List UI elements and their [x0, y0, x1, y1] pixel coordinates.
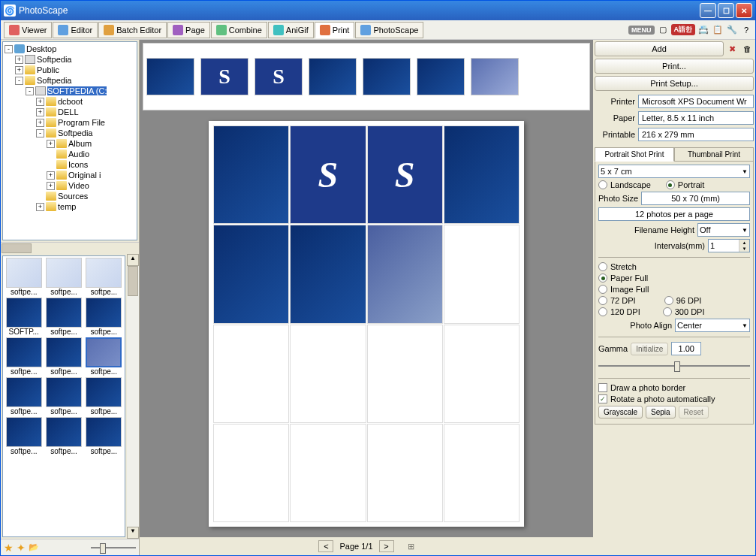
- page-cell[interactable]: [290, 325, 366, 423]
- tree-toggle[interactable]: -: [36, 129, 44, 137]
- page-cell[interactable]: [213, 424, 289, 522]
- page-cell[interactable]: [367, 325, 443, 423]
- print-setup-button[interactable]: Print Setup...: [595, 76, 754, 91]
- tab-photoscape[interactable]: PhotoScape: [355, 22, 423, 38]
- thumbnail[interactable]: [6, 417, 42, 447]
- wrench-icon[interactable]: 🔧: [726, 24, 738, 36]
- filmstrip-thumb[interactable]: S: [255, 58, 303, 95]
- minimize-button[interactable]: —: [700, 3, 716, 18]
- prev-page-button[interactable]: <: [318, 540, 333, 552]
- thumbnail[interactable]: [46, 258, 82, 288]
- tree-item[interactable]: SOFTPEDIA (C:: [47, 86, 107, 95]
- add-button[interactable]: Add: [595, 41, 724, 56]
- filmstrip-thumb[interactable]: [471, 58, 519, 95]
- filmstrip-thumb[interactable]: [309, 58, 357, 95]
- tree-toggle[interactable]: +: [15, 66, 23, 74]
- folder-tree[interactable]: -Desktop +Softpedia+Public-Softpedia-SOF…: [2, 41, 137, 240]
- tree-item[interactable]: Softpedia: [37, 55, 71, 64]
- grid-toggle-icon[interactable]: ⊞: [408, 542, 414, 551]
- thumbnail[interactable]: [46, 298, 82, 328]
- page-cell[interactable]: [444, 424, 520, 522]
- folder-open-icon[interactable]: 📂: [29, 542, 39, 552]
- thumbnail[interactable]: [46, 417, 82, 447]
- size-select[interactable]: 5 x 7 cm: [598, 165, 750, 178]
- page-cell[interactable]: [367, 225, 443, 323]
- thumbnail[interactable]: [6, 377, 42, 407]
- blank-icon[interactable]: ▢: [657, 24, 669, 36]
- tree-root[interactable]: Desktop: [26, 44, 56, 53]
- draw-border-checkbox[interactable]: [598, 383, 607, 392]
- page-cell[interactable]: [444, 225, 520, 323]
- tree-item[interactable]: Sources: [58, 192, 88, 201]
- tab-thumbnail-print[interactable]: Thumbnail Print: [674, 147, 754, 162]
- tree-item[interactable]: temp: [58, 202, 76, 211]
- thumbnail[interactable]: [86, 417, 122, 447]
- tree-item[interactable]: Softpedia: [37, 76, 71, 85]
- thumbs-vscrollbar[interactable]: ▲ ▼: [127, 254, 139, 539]
- thumbnail[interactable]: [86, 377, 122, 407]
- zoom-slider[interactable]: [91, 540, 136, 555]
- tab-editor[interactable]: Editor: [53, 22, 98, 38]
- filmstrip-thumb[interactable]: S: [200, 58, 248, 95]
- tree-item[interactable]: Softpedia: [58, 128, 92, 137]
- image-full-radio[interactable]: [598, 285, 607, 294]
- tree-item[interactable]: Audio: [68, 150, 89, 159]
- tree-item[interactable]: Public: [37, 65, 59, 74]
- portrait-radio[interactable]: [666, 180, 675, 189]
- tab-batch-editor[interactable]: Batch Editor: [98, 22, 167, 38]
- paper-full-radio[interactable]: [598, 273, 607, 283]
- rotate-auto-checkbox[interactable]: ✓: [598, 394, 607, 403]
- language-badge[interactable]: A語한: [671, 24, 696, 35]
- tree-item[interactable]: dcboot: [58, 97, 83, 106]
- tree-toggle[interactable]: -: [26, 87, 34, 95]
- thumbnail[interactable]: [6, 258, 42, 288]
- tree-item[interactable]: Album: [68, 139, 92, 148]
- tree-toggle[interactable]: +: [36, 108, 44, 116]
- dpi120-radio[interactable]: [598, 307, 607, 316]
- filename-height-select[interactable]: Off: [697, 223, 750, 237]
- tree-item[interactable]: Icons: [68, 160, 88, 169]
- filmstrip-thumb[interactable]: [417, 58, 465, 95]
- thumbnail[interactable]: [86, 337, 122, 367]
- sepia-button[interactable]: Sepia: [646, 406, 676, 419]
- delete-icon[interactable]: ✖: [725, 42, 739, 56]
- landscape-radio[interactable]: [598, 180, 607, 189]
- card-icon[interactable]: 📇: [697, 24, 709, 36]
- trash-icon[interactable]: 🗑: [740, 42, 754, 56]
- initialize-button[interactable]: Initialize: [631, 343, 668, 355]
- intervals-spinner[interactable]: ▲▼: [708, 239, 750, 252]
- page-cell[interactable]: [444, 325, 520, 423]
- tab-anigif[interactable]: AniGif: [268, 22, 314, 38]
- grayscale-button[interactable]: Grayscale: [598, 406, 643, 419]
- tree-toggle[interactable]: +: [36, 98, 44, 106]
- tree-item[interactable]: Video: [68, 181, 89, 190]
- tab-viewer[interactable]: Viewer: [4, 22, 52, 38]
- tree-toggle[interactable]: +: [15, 56, 23, 64]
- page-cell[interactable]: [367, 424, 443, 522]
- next-page-button[interactable]: >: [379, 540, 394, 552]
- gamma-slider[interactable]: [598, 358, 750, 373]
- page-cell[interactable]: [213, 225, 289, 323]
- tree-toggle[interactable]: -: [15, 77, 23, 85]
- tab-combine[interactable]: Combine: [211, 22, 267, 38]
- thumbnail[interactable]: [86, 258, 122, 288]
- reset-button[interactable]: Reset: [679, 406, 709, 419]
- tree-item[interactable]: Original i: [68, 171, 101, 180]
- thumbnail[interactable]: [46, 337, 82, 367]
- maximize-button[interactable]: ☐: [718, 3, 734, 18]
- thumbnail-panel[interactable]: softpe...softpe...softpe...SOFTP...softp…: [2, 255, 125, 537]
- star-icon[interactable]: ★: [4, 542, 14, 554]
- tree-toggle[interactable]: +: [36, 203, 44, 211]
- page-cell[interactable]: [444, 125, 520, 224]
- copy-icon[interactable]: 📋: [712, 24, 724, 36]
- stretch-radio[interactable]: [598, 262, 607, 271]
- print-button[interactable]: Print...: [595, 59, 754, 74]
- tab-page[interactable]: Page: [167, 22, 210, 38]
- dpi300-radio[interactable]: [663, 307, 672, 316]
- thumbnail[interactable]: [6, 298, 42, 328]
- star-add-icon[interactable]: ✦: [17, 542, 26, 554]
- tab-portrait-shot-print[interactable]: Portrait Shot Print: [595, 147, 674, 162]
- photo-align-select[interactable]: Center: [675, 319, 750, 332]
- tree-toggle[interactable]: +: [47, 140, 55, 148]
- thumbnail[interactable]: [6, 337, 42, 367]
